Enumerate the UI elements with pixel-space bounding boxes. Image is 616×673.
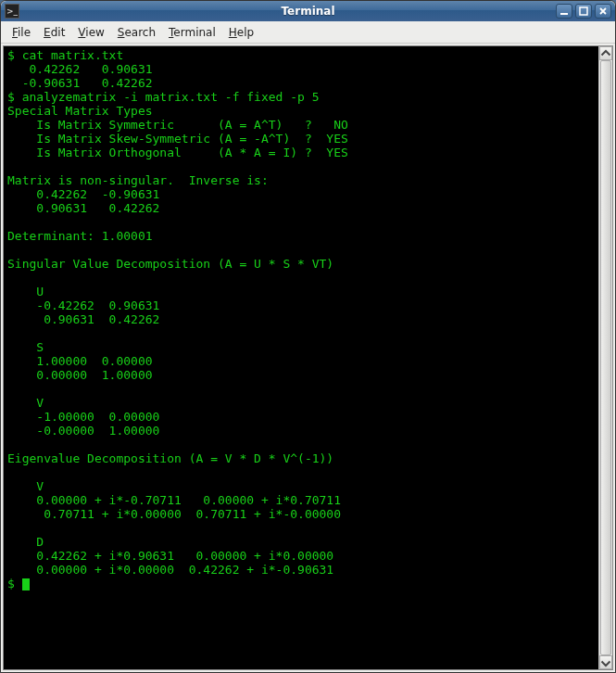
maximize-icon [579, 6, 588, 16]
scroll-down-button[interactable] [599, 655, 612, 669]
menu-terminal[interactable]: Terminal [163, 24, 221, 41]
maximize-button[interactable] [575, 4, 592, 19]
terminal[interactable]: $ cat matrix.txt 0.42262 0.90631 -0.9063… [3, 45, 613, 670]
window-controls [556, 4, 611, 19]
chevron-down-icon [600, 657, 611, 668]
menu-file[interactable]: File [6, 24, 36, 41]
prompt: $ [7, 577, 22, 590]
app-icon: >_ [5, 4, 19, 19]
minimize-icon [559, 6, 569, 16]
menubar: File Edit View Search Terminal Help [1, 21, 615, 44]
chevron-up-icon [600, 48, 611, 59]
terminal-window: >_ Terminal File Edit View Search Termin… [0, 0, 616, 673]
svg-rect-1 [580, 7, 587, 15]
close-button[interactable] [595, 4, 611, 19]
minimize-button[interactable] [556, 4, 572, 19]
svg-rect-0 [560, 13, 568, 15]
titlebar[interactable]: >_ Terminal [1, 1, 615, 21]
menu-help[interactable]: Help [223, 24, 259, 41]
menu-edit[interactable]: Edit [38, 24, 70, 41]
cursor [22, 578, 30, 590]
scroll-thumb[interactable] [600, 60, 611, 655]
scroll-track[interactable] [599, 60, 612, 655]
terminal-frame: $ cat matrix.txt 0.42262 0.90631 -0.9063… [1, 44, 615, 672]
menu-view[interactable]: View [72, 24, 109, 41]
close-icon [598, 6, 608, 16]
scroll-up-button[interactable] [599, 46, 612, 60]
window-title: Terminal [1, 5, 615, 18]
scrollbar[interactable] [598, 46, 612, 669]
terminal-content[interactable]: $ cat matrix.txt 0.42262 0.90631 -0.9063… [4, 46, 597, 669]
menu-search[interactable]: Search [112, 24, 161, 41]
